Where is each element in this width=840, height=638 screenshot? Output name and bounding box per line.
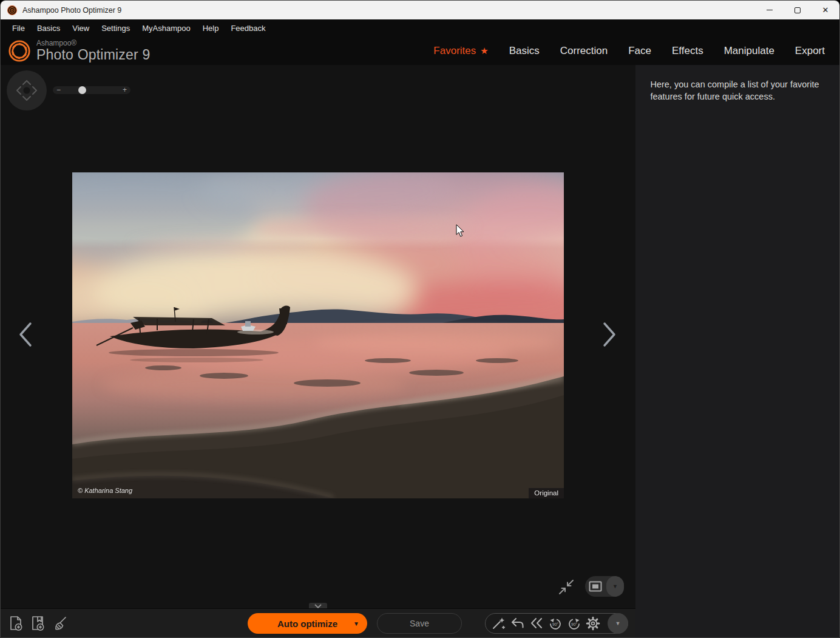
menu-feedback[interactable]: Feedback [225, 21, 271, 35]
collapse-arrows-icon [557, 578, 575, 596]
undo-all-icon [529, 616, 544, 631]
next-image-button[interactable] [599, 320, 620, 349]
view-mode-button[interactable]: ▼ [585, 576, 624, 597]
window-title: Ashampoo Photo Optimizer 9 [22, 6, 121, 15]
history-toolbar: 90° 90° [485, 613, 628, 634]
previous-image-button[interactable] [15, 320, 36, 349]
auto-optimize-label: Auto optimize [277, 619, 337, 629]
tab-correction[interactable]: Correction [560, 45, 608, 57]
tab-manipulate[interactable]: Manipulate [724, 45, 774, 57]
variant-label: Original [529, 488, 564, 498]
brand-row: Ashampoo® Photo Optimizer 9 Favorites ★ … [1, 37, 839, 65]
tab-export[interactable]: Export [795, 45, 825, 57]
top-nav: Favorites ★ Basics Correction Face Effec… [433, 45, 825, 57]
favorites-panel: Here, you can compile a list of your fav… [635, 65, 839, 637]
auto-optimize-button[interactable]: Auto optimize ▼ [248, 613, 367, 634]
zoom-in-icon[interactable]: + [123, 87, 127, 93]
chevron-down-icon [314, 604, 322, 608]
app-window: Ashampoo Photo Optimizer 9 ✕ File Basics… [0, 0, 840, 638]
file-tools [5, 613, 70, 634]
magic-wand-icon [491, 616, 507, 631]
bottom-bar: Auto optimize ▼ Save [1, 608, 635, 637]
add-bookmarked-image-button[interactable] [27, 613, 48, 634]
chevron-left-icon [18, 321, 33, 348]
brand-product: Photo Optimizer 9 [36, 47, 150, 63]
save-button[interactable]: Save [377, 613, 462, 634]
rotate-right-button[interactable]: 90° [564, 613, 583, 634]
tab-effects[interactable]: Effects [672, 45, 703, 57]
zoom-slider[interactable]: − + [53, 86, 130, 94]
undo-button[interactable] [508, 613, 527, 634]
ashampoo-logo-icon [8, 39, 31, 63]
single-view-icon [585, 581, 606, 592]
gear-icon [585, 616, 601, 631]
history-dropdown-button[interactable]: ▼ [608, 613, 628, 634]
photo-watermark: © Katharina Stang [78, 487, 132, 494]
menu-basics[interactable]: Basics [32, 21, 66, 35]
app-header: File Basics View Settings MyAshampoo Hel… [1, 19, 839, 65]
rotate-right-degrees: 90° [571, 622, 577, 626]
undo-icon [510, 616, 526, 631]
minimize-button[interactable] [756, 1, 784, 19]
save-label: Save [410, 619, 429, 628]
pan-pad[interactable] [7, 70, 47, 110]
image-canvas: − + [1, 65, 635, 608]
tab-face[interactable]: Face [628, 45, 651, 57]
rotate-left-button[interactable]: 90° [546, 613, 564, 634]
title-bar: Ashampoo Photo Optimizer 9 ✕ [1, 1, 839, 19]
brand-text: Ashampoo® Photo Optimizer 9 [36, 39, 150, 63]
menu-myashampoo[interactable]: MyAshampoo [137, 21, 195, 35]
clean-list-button[interactable] [49, 613, 70, 634]
add-file-icon [7, 615, 24, 632]
tab-favorites-label: Favorites [433, 45, 476, 57]
minimize-icon [767, 10, 773, 10]
pan-pad-icon [7, 70, 47, 110]
zoom-slider-thumb[interactable] [78, 86, 86, 94]
chevron-right-icon [601, 321, 617, 348]
add-file-bookmark-icon [29, 615, 46, 632]
menu-bar: File Basics View Settings MyAshampoo Hel… [1, 19, 839, 37]
rotate-right-90-icon: 90° [566, 616, 582, 631]
tab-basics[interactable]: Basics [509, 45, 540, 57]
menu-file[interactable]: File [7, 21, 30, 35]
favorites-star-icon: ★ [480, 46, 488, 56]
menu-view[interactable]: View [67, 21, 95, 35]
maximize-button[interactable] [784, 1, 811, 19]
app-body: − + [1, 65, 839, 637]
maximize-icon [794, 7, 801, 13]
rotate-left-90-icon: 90° [547, 616, 563, 631]
sunset-beach-photo [72, 172, 564, 498]
magic-wand-button[interactable] [489, 613, 508, 634]
tab-favorites[interactable]: Favorites ★ [433, 45, 488, 57]
view-mode-dropdown[interactable]: ▼ [606, 576, 624, 597]
app-icon [7, 5, 17, 15]
close-button[interactable]: ✕ [811, 1, 839, 19]
menu-settings[interactable]: Settings [96, 21, 135, 35]
settings-button[interactable] [583, 613, 602, 634]
favorites-hint-text: Here, you can compile a list of your fav… [650, 78, 825, 103]
broom-icon [51, 615, 68, 632]
collapse-bar-tab[interactable] [309, 603, 327, 608]
auto-optimize-dropdown-icon[interactable]: ▼ [353, 620, 359, 627]
add-image-button[interactable] [5, 613, 26, 634]
viewer-column: − + [1, 65, 635, 637]
fit-to-screen-button[interactable] [555, 576, 577, 598]
photo-view[interactable]: © Katharina Stang Original [72, 172, 564, 498]
rotate-left-degrees: 90° [552, 622, 558, 626]
menu-help[interactable]: Help [197, 21, 225, 35]
undo-all-button[interactable] [527, 613, 546, 634]
zoom-out-icon[interactable]: − [56, 87, 61, 93]
